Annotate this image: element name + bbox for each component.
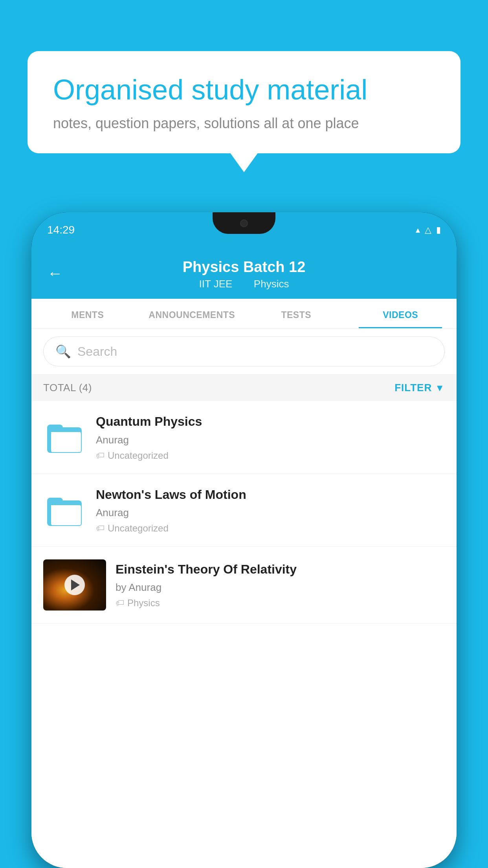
camera-dot [240, 219, 248, 227]
tab-tests[interactable]: TESTS [244, 299, 349, 328]
video-list: Quantum Physics Anurag 🏷 Uncategorized [31, 401, 457, 868]
folder-icon [47, 421, 83, 453]
tab-announcements[interactable]: ANNOUNCEMENTS [140, 299, 244, 328]
tag-label: Uncategorized [108, 450, 169, 461]
video-title: Einstein's Theory Of Relativity [116, 561, 445, 578]
phone-notch [213, 212, 275, 234]
tab-videos[interactable]: VIDEOS [349, 299, 453, 328]
app-header: ← Physics Batch 12 IIT JEE Physics [31, 248, 457, 299]
search-box[interactable]: 🔍 Search [43, 337, 445, 366]
filter-button[interactable]: FILTER ▼ [394, 382, 445, 394]
bubble-subtitle: notes, question papers, solutions all at… [53, 115, 435, 132]
list-item[interactable]: Einstein's Theory Of Relativity by Anura… [31, 547, 457, 623]
signal-icon: △ [425, 225, 431, 235]
filter-icon: ▼ [435, 383, 445, 394]
video-thumbnail [43, 559, 106, 611]
app-screen: ← Physics Batch 12 IIT JEE Physics MENTS… [31, 248, 457, 868]
tab-ments[interactable]: MENTS [35, 299, 140, 328]
app-title: Physics Batch 12 [183, 259, 306, 276]
tag-physics: Physics [254, 278, 289, 290]
wifi-icon: ▴ [416, 225, 420, 235]
folder-icon-wrapper [43, 489, 86, 532]
folder-icon [47, 495, 83, 526]
video-author: Anurag [96, 507, 445, 519]
tag-separator [240, 278, 246, 290]
video-author: by Anurag [116, 581, 445, 594]
search-placeholder: Search [77, 344, 117, 359]
tag-icon: 🏷 [116, 598, 124, 608]
battery-icon: ▮ [436, 225, 441, 235]
play-button[interactable] [64, 575, 85, 595]
filter-bar: TOTAL (4) FILTER ▼ [31, 375, 457, 401]
tag-label: Uncategorized [108, 523, 169, 534]
filter-label: FILTER [394, 382, 432, 394]
bubble-title: Organised study material [53, 73, 435, 107]
video-title: Quantum Physics [96, 414, 445, 430]
total-count: TOTAL (4) [43, 382, 92, 394]
tabs-bar: MENTS ANNOUNCEMENTS TESTS VIDEOS [31, 299, 457, 329]
tag-icon: 🏷 [96, 451, 105, 461]
video-info: Quantum Physics Anurag 🏷 Uncategorized [96, 414, 445, 461]
status-time: 14:29 [47, 224, 75, 236]
phone-frame: 14:29 ▴ △ ▮ ← Physics Batch 12 IIT JEE P… [31, 212, 457, 868]
video-info: Newton's Laws of Motion Anurag 🏷 Uncateg… [96, 487, 445, 534]
tag-icon: 🏷 [96, 523, 105, 533]
header-tags: IIT JEE Physics [199, 278, 289, 290]
search-icon: 🔍 [55, 344, 71, 359]
video-title: Newton's Laws of Motion [96, 487, 445, 503]
tag-iit-jee: IIT JEE [199, 278, 233, 290]
video-info: Einstein's Theory Of Relativity by Anura… [116, 561, 445, 609]
speech-bubble: Organised study material notes, question… [28, 51, 460, 153]
video-tag: 🏷 Physics [116, 598, 445, 609]
video-author: Anurag [96, 434, 445, 446]
status-bar: 14:29 ▴ △ ▮ [31, 212, 457, 248]
list-item[interactable]: Newton's Laws of Motion Anurag 🏷 Uncateg… [31, 474, 457, 547]
tag-label: Physics [127, 598, 160, 609]
list-item[interactable]: Quantum Physics Anurag 🏷 Uncategorized [31, 401, 457, 474]
video-tag: 🏷 Uncategorized [96, 523, 445, 534]
back-button[interactable]: ← [47, 265, 63, 282]
speech-bubble-container: Organised study material notes, question… [28, 51, 460, 153]
search-container: 🔍 Search [31, 329, 457, 375]
video-tag: 🏷 Uncategorized [96, 450, 445, 461]
folder-icon-wrapper [43, 416, 86, 459]
play-triangle-icon [71, 579, 80, 590]
status-icons: ▴ △ ▮ [416, 225, 441, 235]
